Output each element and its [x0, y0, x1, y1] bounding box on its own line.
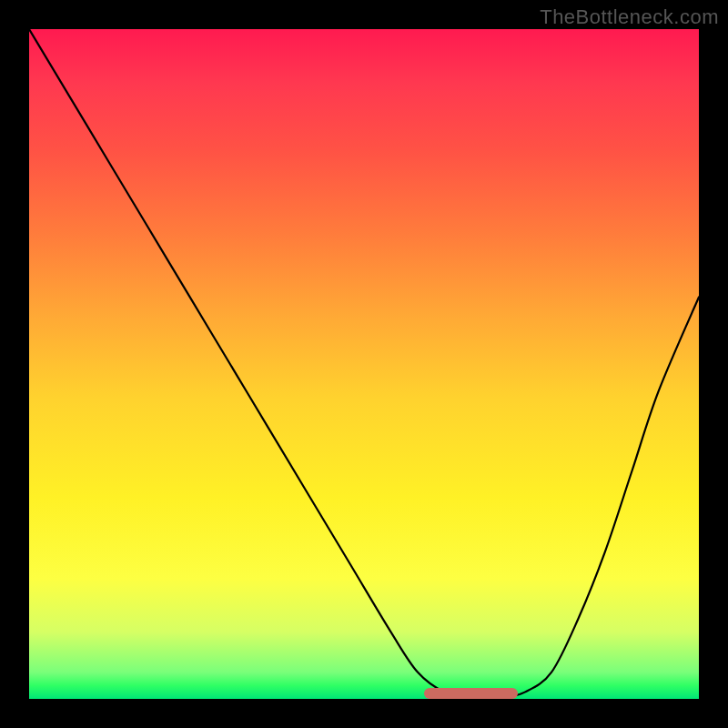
watermark-text: TheBottleneck.com [540, 5, 719, 29]
chart-frame: TheBottleneck.com [0, 0, 728, 728]
curve-svg [29, 29, 699, 699]
bottleneck-curve [29, 29, 699, 699]
plot-area [29, 29, 699, 699]
optimal-range-marker [424, 688, 518, 699]
